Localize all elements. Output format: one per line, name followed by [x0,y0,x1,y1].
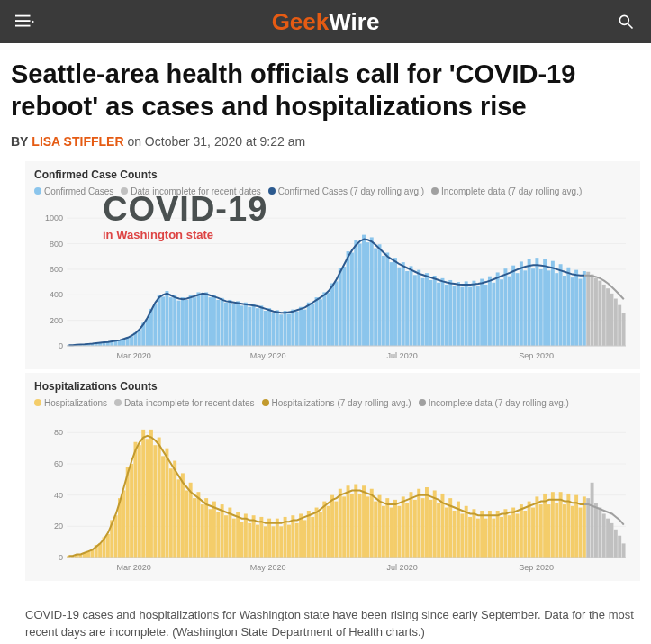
svg-rect-116 [457,282,460,346]
svg-rect-135 [531,268,535,346]
svg-line-4 [628,24,632,29]
svg-rect-134 [528,259,531,345]
svg-rect-283 [496,511,500,558]
chart-legend: HospitalizationsData incomplete for rece… [34,398,631,408]
svg-rect-138 [543,259,547,345]
svg-rect-281 [488,511,492,558]
svg-rect-257 [393,499,397,557]
svg-rect-244 [342,496,346,558]
site-header: GeekWire [0,0,651,43]
svg-rect-221 [252,515,256,558]
svg-rect-58 [228,299,231,345]
svg-rect-293 [535,496,538,558]
svg-text:800: 800 [50,239,63,248]
svg-rect-122 [480,278,484,345]
svg-rect-268 [437,503,440,558]
svg-rect-275 [465,505,468,557]
svg-rect-233 [299,513,303,558]
svg-rect-212 [216,512,220,557]
svg-rect-0 [15,15,31,17]
svg-rect-96 [378,244,382,346]
svg-rect-65 [256,308,259,346]
svg-rect-284 [500,516,503,557]
svg-rect-245 [347,485,350,558]
svg-rect-77 [303,309,306,345]
chart-hospitalizations: Hospitalizations Counts Hospitalizations… [25,373,640,581]
svg-rect-78 [307,302,311,345]
svg-rect-93 [366,242,369,346]
site-logo[interactable]: GeekWire [272,8,380,36]
svg-rect-84 [330,283,334,345]
legend-item: Confirmed Cases [34,186,113,196]
svg-rect-154 [606,288,610,346]
svg-rect-276 [468,516,472,557]
svg-rect-250 [366,496,369,558]
search-icon[interactable] [615,11,637,32]
svg-rect-272 [453,511,457,558]
svg-rect-118 [465,281,468,346]
svg-rect-147 [579,278,583,345]
svg-rect-247 [354,484,357,557]
byline-date: on October 31, 2020 at 9:22 am [124,134,306,149]
svg-rect-41 [161,296,165,346]
svg-rect-195 [149,429,153,557]
svg-rect-217 [236,512,240,557]
svg-rect-292 [531,507,535,557]
svg-rect-220 [248,522,251,557]
svg-rect-234 [303,520,306,558]
svg-rect-107 [421,277,425,345]
svg-rect-237 [315,507,319,557]
svg-rect-210 [209,509,212,558]
svg-text:May 2020: May 2020 [250,563,286,572]
svg-rect-43 [169,297,173,346]
svg-text:Jul 2020: Jul 2020 [387,351,418,360]
svg-rect-307 [591,482,594,557]
svg-rect-47 [185,299,188,345]
svg-rect-258 [397,505,401,557]
svg-rect-224 [264,526,267,558]
svg-rect-40 [158,295,161,345]
svg-text:400: 400 [50,290,63,299]
svg-rect-255 [385,498,389,558]
svg-rect-55 [216,299,220,345]
byline-author[interactable]: LISA STIFFLER [32,134,123,149]
svg-rect-239 [322,501,326,557]
svg-rect-157 [618,304,621,345]
svg-rect-45 [177,300,181,345]
svg-rect-106 [417,269,420,345]
svg-text:80: 80 [54,428,63,437]
svg-text:Mar 2020: Mar 2020 [117,351,151,360]
svg-rect-301 [566,493,570,557]
svg-rect-253 [378,494,382,557]
legend-item: Data incomplete for recent dates [121,186,261,196]
svg-rect-265 [425,487,429,558]
svg-rect-33 [130,336,133,346]
svg-rect-193 [141,429,145,557]
svg-rect-246 [350,493,354,557]
svg-rect-200 [169,468,173,558]
svg-rect-204 [185,490,188,558]
svg-rect-114 [448,279,452,345]
svg-rect-315 [622,543,626,558]
svg-rect-99 [390,262,393,346]
svg-rect-87 [342,267,346,346]
svg-rect-91 [358,243,362,345]
svg-rect-260 [405,503,409,558]
svg-rect-218 [240,522,244,558]
svg-rect-151 [594,277,598,345]
svg-rect-127 [500,279,503,346]
svg-rect-39 [153,304,157,346]
svg-rect-129 [508,276,511,345]
svg-rect-73 [287,313,291,345]
svg-rect-35 [138,330,141,346]
svg-text:200: 200 [50,315,63,324]
menu-icon[interactable] [14,11,36,32]
svg-rect-216 [232,518,236,557]
svg-rect-219 [244,513,248,558]
svg-rect-296 [547,504,551,558]
svg-rect-48 [189,295,193,345]
svg-rect-211 [212,501,216,557]
svg-rect-71 [279,314,283,346]
svg-rect-119 [468,286,472,345]
chart-svg-cases: 02004006008001000Mar 2020May 2020Jul 202… [34,202,631,364]
